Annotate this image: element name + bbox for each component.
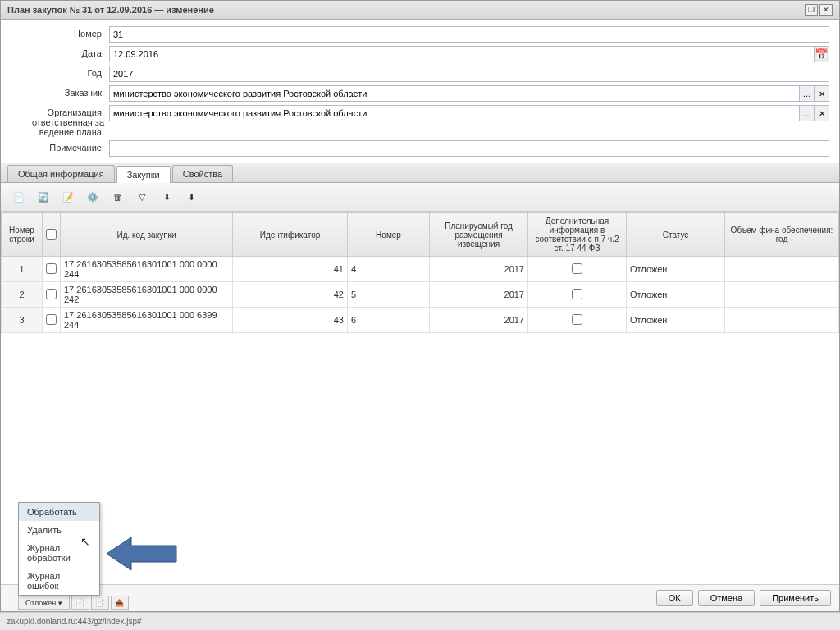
customer-more-button[interactable]: … (800, 85, 815, 102)
cell-status: Отложен (627, 308, 725, 333)
cell-identifier: 41 (233, 257, 348, 282)
cell-identifier: 42 (233, 282, 348, 308)
cell-status: Отложен (627, 282, 725, 308)
ok-button[interactable]: ОК (656, 590, 693, 606)
window-title: План закупок № 31 от 12.09.2016 — измене… (7, 5, 803, 15)
header-checkbox[interactable] (46, 229, 57, 240)
status-btn-1[interactable]: 📄 (71, 596, 89, 610)
cell-checkbox[interactable] (43, 308, 61, 333)
table-row[interactable]: 217 26163053585616301001 000 0000 242425… (2, 282, 839, 308)
cell-idcode: 17 26163053585616301001 000 6399 244 (61, 308, 233, 333)
status-url: zakupki.donland.ru:443/gz/index.jsp# (7, 617, 142, 626)
cell-extra[interactable] (528, 282, 627, 308)
org-clear-button[interactable]: ✕ (815, 105, 829, 121)
cell-rownum: 3 (2, 308, 43, 333)
restore-button[interactable]: ❐ (805, 4, 818, 16)
cell-identifier: 43 (233, 308, 348, 333)
cell-checkbox[interactable] (43, 257, 61, 282)
input-number[interactable] (109, 26, 829, 43)
cell-amount (725, 308, 839, 333)
customer-clear-button[interactable]: ✕ (815, 85, 829, 102)
cell-amount (725, 257, 839, 282)
grid: Номер строки Ид. код закупки Идентификат… (1, 212, 839, 584)
cell-amount (725, 282, 839, 308)
label-year: Год: (11, 66, 109, 78)
statusbar: zakupki.donland.ru:443/gz/index.jsp# (0, 612, 840, 630)
cell-year: 2017 (430, 257, 528, 282)
label-date: Дата: (11, 46, 109, 58)
col-rownum[interactable]: Номер строки (2, 213, 43, 257)
col-status[interactable]: Статус (627, 213, 725, 257)
filter-clear-icon[interactable]: 🗑 (107, 188, 127, 206)
cell-idcode: 17 26163053585616301001 000 0000 242 (61, 282, 233, 308)
status-btn-2[interactable]: 📑 (91, 596, 109, 610)
export-up-icon[interactable]: ⬇ (181, 188, 201, 206)
apply-button[interactable]: Применить (760, 590, 831, 606)
cell-year: 2017 (430, 308, 528, 333)
cell-year: 2017 (430, 282, 528, 308)
date-picker-icon[interactable]: 📅 (815, 46, 829, 62)
status-controls: Отложен ▾ 📄 📑 📤 (18, 596, 129, 610)
context-menu: Обработать Удалить Журнал обработки Журн… (18, 502, 100, 596)
cancel-button[interactable]: Отмена (698, 590, 755, 606)
form-area: Номер: Дата: 📅 Год: Заказчик: …✕ Организ… (1, 20, 839, 163)
cell-rownum: 2 (2, 282, 43, 308)
refresh-icon[interactable]: 🔄 (34, 188, 53, 206)
ctx-log-errors[interactable]: Журнал ошибок (19, 567, 99, 595)
label-note: Примечание: (11, 140, 109, 153)
edit-icon[interactable]: 📝 (58, 188, 78, 206)
cell-status: Отложен (627, 257, 725, 282)
tab-purchases[interactable]: Закупки (116, 166, 171, 183)
col-number[interactable]: Номер (348, 213, 430, 257)
cell-extra[interactable] (528, 257, 627, 282)
input-org[interactable] (109, 105, 800, 121)
cell-rownum: 1 (2, 257, 43, 282)
input-note[interactable] (109, 140, 829, 157)
export-down-icon[interactable]: ⬇ (157, 188, 176, 206)
label-number: Номер: (11, 26, 109, 39)
table-row[interactable]: 117 26163053585616301001 000 0000 244414… (2, 257, 839, 282)
titlebar: План закупок № 31 от 12.09.2016 — измене… (1, 1, 839, 20)
ctx-process[interactable]: Обработать (19, 503, 99, 521)
cell-extra[interactable] (528, 308, 627, 333)
tab-properties[interactable]: Свойства (172, 165, 233, 182)
input-date[interactable] (109, 46, 815, 62)
cell-number: 4 (348, 257, 430, 282)
org-more-button[interactable]: … (800, 105, 815, 121)
ctx-log-process[interactable]: Журнал обработки (19, 539, 99, 567)
cell-number: 6 (348, 308, 430, 333)
grid-toolbar: 📄 🔄 📝 ⚙️ 🗑 ▽ ⬇ ⬇ (1, 183, 839, 212)
cell-number: 5 (348, 282, 430, 308)
table-row[interactable]: 317 26163053585616301001 000 6399 244436… (2, 308, 839, 333)
tabs: Общая информация Закупки Свойства (1, 163, 839, 183)
col-extra[interactable]: Дополнительная информация в соответствии… (528, 213, 627, 257)
close-button[interactable]: ✕ (819, 4, 833, 16)
input-customer[interactable] (109, 85, 800, 102)
tab-general[interactable]: Общая информация (7, 165, 115, 182)
status-btn-3[interactable]: 📤 (111, 596, 129, 610)
col-idcode[interactable]: Ид. код закупки (61, 213, 233, 257)
add-icon[interactable]: 📄 (9, 188, 29, 206)
status-dropdown[interactable]: Отложен ▾ (18, 596, 70, 610)
cell-checkbox[interactable] (43, 282, 61, 308)
cell-idcode: 17 26163053585616301001 000 0000 244 (61, 257, 233, 282)
label-customer: Заказчик: (11, 85, 109, 98)
ctx-delete[interactable]: Удалить (19, 521, 99, 539)
col-amount[interactable]: Объем фина обеспечения: год (725, 213, 839, 257)
col-identifier[interactable]: Идентификатор (233, 213, 348, 257)
label-org: Организация, ответственная за ведение пл… (11, 105, 109, 137)
gear-icon[interactable]: ⚙️ (83, 188, 103, 206)
col-year[interactable]: Планируемый год размещения извещения (430, 213, 528, 257)
filter-icon[interactable]: ▽ (132, 188, 152, 206)
input-year[interactable] (109, 66, 829, 82)
col-checkbox[interactable] (43, 213, 61, 257)
